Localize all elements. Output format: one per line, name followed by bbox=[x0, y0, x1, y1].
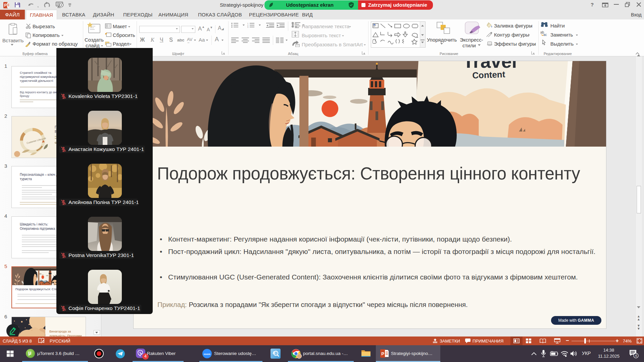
svg-text:A: A bbox=[295, 22, 297, 25]
svg-text:4: 4 bbox=[635, 354, 637, 358]
svg-text:P: P bbox=[381, 351, 384, 356]
svg-text:ac: ac bbox=[543, 33, 547, 36]
svg-text:3: 3 bbox=[247, 26, 248, 28]
svg-text:P: P bbox=[4, 3, 7, 8]
